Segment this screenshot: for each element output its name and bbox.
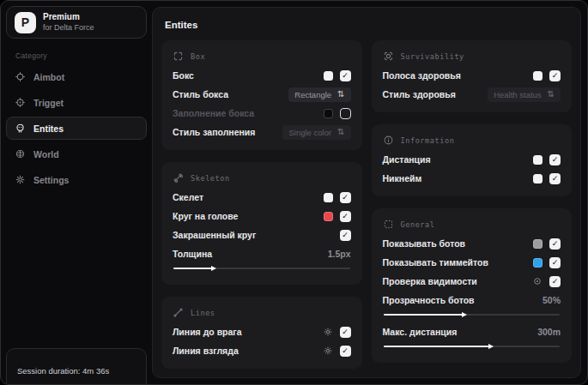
setting-label: Бокс xyxy=(173,70,194,81)
color-swatch[interactable] xyxy=(533,239,543,249)
dropdown[interactable]: Health status⇅ xyxy=(488,87,561,102)
color-swatch[interactable] xyxy=(324,193,333,202)
setting-label: Макс. дистанция xyxy=(383,327,458,337)
app-window: P Premium for Delta Force Category Aimbo… xyxy=(0,0,588,385)
toggle-checkbox[interactable]: ✓ xyxy=(549,238,561,250)
toggle-checkbox[interactable]: ✓ xyxy=(340,192,351,203)
panel-survivability: SurvivabilityПолоса здоровья✓Стиль здоро… xyxy=(372,40,573,112)
panel-title: Skeleton xyxy=(191,174,230,183)
sidebar: P Premium for Delta Force Category Aimbo… xyxy=(1,1,152,384)
setting-label: Заполнение бокса xyxy=(173,108,254,118)
gear-icon[interactable] xyxy=(323,346,333,356)
panel-information: InformationДистанция✓Никнейм✓ xyxy=(372,124,573,196)
panel-header: Survivability xyxy=(383,51,561,62)
panel-header: Lines xyxy=(173,307,351,318)
toggle-checkbox[interactable]: ✓ xyxy=(340,346,351,357)
dropdown-value: Single color xyxy=(288,128,331,137)
slider[interactable] xyxy=(384,314,561,316)
page-title: Entites xyxy=(165,20,572,30)
color-swatch[interactable] xyxy=(324,212,333,221)
setting-row: Прозрачность ботов50% xyxy=(383,291,561,310)
sidebar-item-settings[interactable]: Settings xyxy=(6,168,147,191)
setting-label: Показывать тиммейтов xyxy=(383,257,488,268)
setting-row: Скелет✓ xyxy=(173,188,351,207)
setting-row: Закрашенный круг✓ xyxy=(173,226,351,244)
setting-label: Показывать ботов xyxy=(383,238,466,249)
setting-row: Показывать ботов✓ xyxy=(383,234,561,253)
color-swatch[interactable] xyxy=(533,155,543,165)
setting-label: Стиль бокса xyxy=(173,89,228,99)
row-controls: ✓ xyxy=(533,70,561,81)
toggle-checkbox[interactable]: ✓ xyxy=(549,276,561,287)
setting-label: Стиль здоровья xyxy=(383,89,456,99)
slider-value: 300m xyxy=(537,327,561,337)
toggle-checkbox[interactable]: ✓ xyxy=(549,154,561,165)
dropdown[interactable]: Single color⇅ xyxy=(282,125,350,140)
color-swatch[interactable] xyxy=(324,109,333,118)
setting-label: Толщина xyxy=(173,249,212,259)
setting-row: Макс. дистанция300m xyxy=(383,322,561,341)
toggle-checkbox[interactable]: ✓ xyxy=(549,70,561,81)
panel-title: Information xyxy=(401,136,455,145)
setting-row: Никнейм✓ xyxy=(383,169,561,188)
sidebar-item-label: Trigget xyxy=(33,98,64,108)
slider[interactable] xyxy=(384,346,561,347)
sidebar-item-label: Aimbot xyxy=(33,72,64,82)
skeleton-icon xyxy=(173,172,184,183)
row-controls: ✓ xyxy=(323,327,351,338)
sidebar-item-trigget[interactable]: Trigget xyxy=(6,91,147,114)
updown-arrows-icon: ⇅ xyxy=(337,128,344,136)
right-column: SurvivabilityПолоса здоровья✓Стиль здоро… xyxy=(372,40,573,363)
panel-box: BoxБокс✓Стиль боксаRectangle⇅Заполнение … xyxy=(161,40,362,150)
color-swatch[interactable] xyxy=(533,71,543,81)
gear-icon[interactable] xyxy=(323,327,333,337)
setting-row: Линия до врага✓ xyxy=(173,322,351,341)
panel-header: Information xyxy=(383,135,561,146)
setting-label: Скелет xyxy=(173,192,203,202)
slider-thumb[interactable] xyxy=(211,266,216,271)
setting-label: Линия до врага xyxy=(173,327,242,337)
sidebar-item-entites[interactable]: Entites xyxy=(6,117,147,140)
app-logo: P xyxy=(15,12,36,33)
toggle-checkbox[interactable]: ✓ xyxy=(340,211,351,222)
color-swatch[interactable] xyxy=(533,258,543,268)
slider-thumb[interactable] xyxy=(462,312,467,317)
setting-label: Линия взгляда xyxy=(173,346,239,356)
setting-label: Дистанция xyxy=(383,154,431,165)
setting-label: Проверка видимости xyxy=(383,276,477,286)
slider-value: 50% xyxy=(543,295,561,305)
sidebar-item-world[interactable]: World xyxy=(6,142,147,165)
slider-value: 1.5px xyxy=(328,249,351,259)
toggle-checkbox[interactable]: ✓ xyxy=(549,173,561,184)
main-content: Entites BoxБокс✓Стиль боксаRectangle⇅Зап… xyxy=(152,7,581,378)
setting-row: Линия взгляда✓ xyxy=(173,341,351,360)
setting-label: Закрашенный круг xyxy=(173,230,256,240)
dropdown[interactable]: Rectangle⇅ xyxy=(288,87,350,102)
left-column: BoxБокс✓Стиль боксаRectangle⇅Заполнение … xyxy=(161,40,362,369)
setting-row: Бокс✓ xyxy=(173,66,351,85)
slider-thumb[interactable] xyxy=(488,344,494,349)
box-icon xyxy=(173,51,184,62)
row-controls: ✓ xyxy=(533,173,561,184)
row-controls: ✓ xyxy=(324,211,351,222)
setting-label: Полоса здоровья xyxy=(383,70,461,81)
entities-icon xyxy=(15,123,26,134)
row-controls: ✓ xyxy=(533,257,561,268)
slider-fill xyxy=(384,314,465,316)
slider[interactable] xyxy=(173,268,350,269)
toggle-checkbox[interactable] xyxy=(340,108,351,119)
sidebar-item-aimbot[interactable]: Aimbot xyxy=(6,65,147,88)
updown-arrows-icon: ⇅ xyxy=(548,90,555,99)
color-swatch[interactable] xyxy=(533,174,543,183)
color-swatch[interactable] xyxy=(324,71,333,81)
setting-row: Проверка видимости✓ xyxy=(383,272,561,291)
dropdown-value: Health status xyxy=(494,90,541,99)
panel-title: Box xyxy=(191,52,205,61)
panel-header: Skeleton xyxy=(173,172,351,183)
slider-fill xyxy=(384,346,491,347)
toggle-checkbox[interactable]: ✓ xyxy=(340,70,351,81)
toggle-checkbox[interactable]: ✓ xyxy=(549,257,561,268)
row-controls: ✓ xyxy=(340,230,351,241)
toggle-checkbox[interactable]: ✓ xyxy=(340,327,351,338)
toggle-checkbox[interactable]: ✓ xyxy=(340,230,351,241)
